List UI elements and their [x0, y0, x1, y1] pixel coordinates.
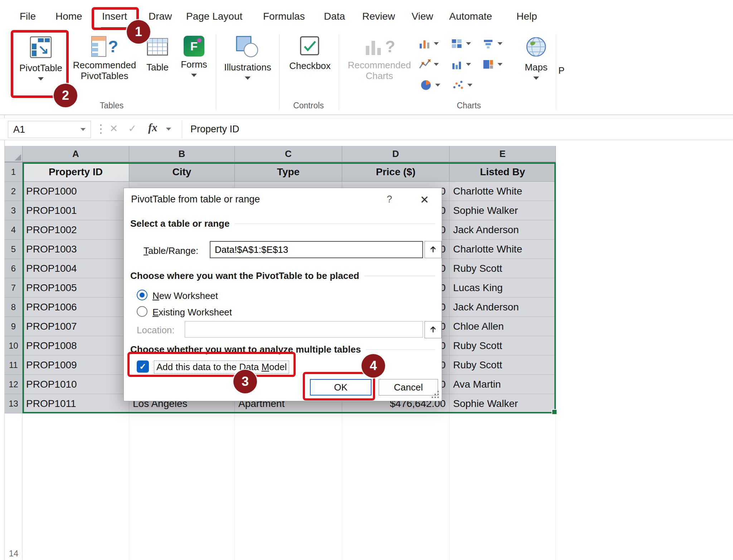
- cell-E9[interactable]: Chloe Allen: [450, 317, 556, 336]
- range-picker-button[interactable]: [424, 241, 442, 258]
- table-icon: [146, 36, 169, 59]
- cell-A7[interactable]: PROP1005: [23, 278, 129, 298]
- insert-bar-chart-button[interactable]: [450, 58, 471, 71]
- gridline: [449, 413, 450, 560]
- table-range-input[interactable]: [210, 241, 423, 258]
- insert-scatter-chart-button[interactable]: [452, 79, 472, 92]
- insert-treemap-chart-button[interactable]: [482, 58, 503, 71]
- cell-A12[interactable]: PROP1010: [23, 375, 129, 394]
- cell-A5[interactable]: PROP1003: [23, 240, 129, 259]
- row-header-13[interactable]: 13: [5, 394, 23, 413]
- checkbox-control-button[interactable]: Checkbox: [284, 34, 336, 99]
- tab-help[interactable]: Help: [516, 11, 537, 22]
- cell-C1[interactable]: Type: [235, 162, 342, 182]
- row-header-1[interactable]: 1: [5, 162, 23, 182]
- row-header-2[interactable]: 2: [5, 182, 23, 201]
- row-header-8[interactable]: 8: [5, 298, 23, 317]
- column-header-D[interactable]: D: [342, 146, 450, 162]
- cell-A8[interactable]: PROP1006: [23, 298, 129, 317]
- cell-E8[interactable]: Jack Anderson: [450, 298, 556, 317]
- insert-funnel-chart-button[interactable]: [482, 37, 503, 50]
- row-header-11[interactable]: 11: [5, 355, 23, 375]
- cell-A1[interactable]: Property ID: [23, 162, 129, 182]
- data-model-checkbox-label[interactable]: Add this data to the Data Model: [154, 360, 289, 374]
- column-header-C[interactable]: C: [235, 146, 342, 162]
- dialog-help-button[interactable]: ?: [382, 194, 397, 205]
- column-header-A[interactable]: A: [23, 146, 129, 162]
- forms-button[interactable]: F Forms: [177, 34, 211, 99]
- column-header-E[interactable]: E: [450, 146, 556, 162]
- insert-hierarchy-chart-button[interactable]: [450, 37, 471, 50]
- confirm-entry-icon[interactable]: ✓: [128, 123, 136, 134]
- radio-new-worksheet-label[interactable]: New Worksheet: [152, 290, 218, 301]
- select-all-corner[interactable]: [5, 146, 23, 162]
- recommended-pivottables-button[interactable]: ? Recommended PivotTables: [71, 34, 138, 99]
- row-header-6[interactable]: 6: [5, 259, 23, 278]
- tab-data[interactable]: Data: [324, 11, 345, 22]
- recommended-charts-button: ? Recommended Charts: [343, 34, 416, 99]
- cell-D1[interactable]: Price ($): [342, 162, 450, 182]
- illustrations-button[interactable]: Illustrations: [220, 34, 275, 99]
- radio-existing-worksheet-label[interactable]: Existing Worksheet: [152, 307, 232, 318]
- cell-A4[interactable]: PROP1002: [23, 220, 129, 240]
- tab-formulas[interactable]: Formulas: [263, 11, 305, 22]
- row-header-3[interactable]: 3: [5, 201, 23, 220]
- cell-E4[interactable]: Jack Anderson: [450, 220, 556, 240]
- cell-E3[interactable]: Sophie Walker: [450, 201, 556, 220]
- maps-button[interactable]: Maps: [518, 34, 555, 99]
- column-header-B[interactable]: B: [129, 146, 235, 162]
- cell-A9[interactable]: PROP1007: [23, 317, 129, 336]
- cell-A3[interactable]: PROP1001: [23, 201, 129, 220]
- tab-insert[interactable]: Insert: [102, 11, 127, 22]
- group-label-tables: Tables: [76, 101, 147, 110]
- row-header-7[interactable]: 7: [5, 278, 23, 298]
- cell-E10[interactable]: Ruby Scott: [450, 336, 556, 355]
- radio-existing-worksheet[interactable]: [137, 306, 147, 317]
- ok-button[interactable]: OK: [310, 379, 372, 396]
- tab-page-layout[interactable]: Page Layout: [186, 11, 242, 22]
- insert-function-icon[interactable]: fx: [148, 121, 157, 134]
- row-header-9[interactable]: 9: [5, 317, 23, 336]
- cell-A6[interactable]: PROP1004: [23, 259, 129, 278]
- tab-review[interactable]: Review: [362, 11, 395, 22]
- cell-E13[interactable]: Sophie Walker: [450, 394, 556, 413]
- cell-A10[interactable]: PROP1008: [23, 336, 129, 355]
- name-box[interactable]: A1: [8, 121, 91, 138]
- row-header-12[interactable]: 12: [5, 375, 23, 394]
- location-input[interactable]: [185, 321, 423, 338]
- cell-E11[interactable]: Ruby Scott: [450, 355, 556, 375]
- cell-A2[interactable]: PROP1000: [23, 182, 129, 201]
- table-button[interactable]: Table: [140, 34, 175, 99]
- tab-automate[interactable]: Automate: [449, 11, 492, 22]
- tab-home[interactable]: Home: [55, 11, 82, 22]
- insert-line-chart-button[interactable]: [418, 58, 439, 71]
- cell-A11[interactable]: PROP1009: [23, 355, 129, 375]
- cell-A13[interactable]: PROP1011: [23, 394, 129, 413]
- location-picker-button[interactable]: [424, 321, 442, 338]
- cell-E6[interactable]: Ruby Scott: [450, 259, 556, 278]
- insert-column-chart-button[interactable]: [418, 37, 439, 50]
- cell-E12[interactable]: Ava Martin: [450, 375, 556, 394]
- resize-grip[interactable]: [437, 397, 439, 398]
- row-header-14[interactable]: 14: [5, 549, 23, 559]
- cell-E2[interactable]: Charlotte White: [450, 182, 556, 201]
- cancel-button[interactable]: Cancel: [379, 379, 438, 396]
- cell-E5[interactable]: Charlotte White: [450, 240, 556, 259]
- formula-bar-handle[interactable]: ⋮: [95, 122, 107, 136]
- tab-view[interactable]: View: [412, 11, 433, 22]
- row-header-5[interactable]: 5: [5, 240, 23, 259]
- formula-bar-content[interactable]: Property ID: [190, 124, 239, 135]
- cancel-entry-icon[interactable]: ✕: [110, 123, 118, 134]
- insert-pie-chart-button[interactable]: [419, 79, 440, 92]
- radio-new-worksheet[interactable]: [137, 290, 147, 300]
- data-model-checkbox[interactable]: ✓: [137, 360, 149, 373]
- tab-file[interactable]: File: [20, 11, 36, 22]
- row-header-4[interactable]: 4: [5, 220, 23, 240]
- dialog-close-button[interactable]: ✕: [416, 192, 433, 207]
- cell-E7[interactable]: Lucas King: [450, 278, 556, 298]
- row-header-10[interactable]: 10: [5, 336, 23, 355]
- cell-B1[interactable]: City: [129, 162, 235, 182]
- cell-E1[interactable]: Listed By: [450, 162, 556, 182]
- divider: [182, 121, 182, 138]
- tab-draw[interactable]: Draw: [149, 11, 172, 22]
